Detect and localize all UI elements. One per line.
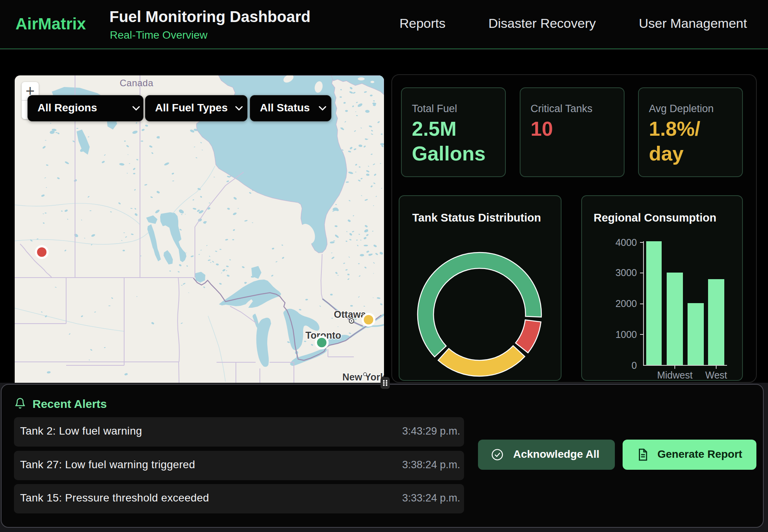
svg-text:Ottawa: Ottawa (334, 309, 366, 320)
svg-text:Canada: Canada (119, 78, 153, 88)
svg-text:New York: New York (342, 372, 384, 382)
